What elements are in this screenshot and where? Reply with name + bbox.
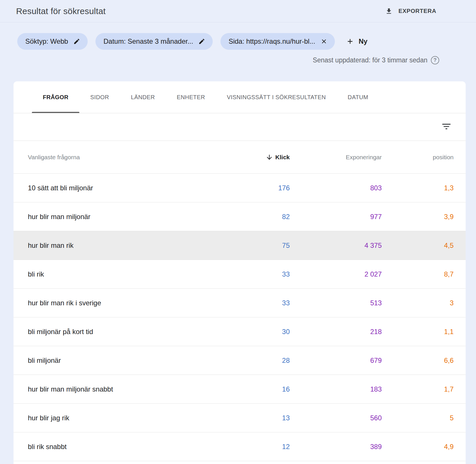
new-filter-label: Ny (359, 37, 368, 45)
impressions-value: 513 (290, 299, 382, 307)
column-header-clicks[interactable]: Klick (232, 154, 290, 161)
query-cell: hur blir man rik i sverige (28, 299, 232, 307)
table-row[interactable]: bli rik snabbt123894,9 (14, 432, 466, 461)
table-row[interactable]: hur blir man rik i sverige335133 (14, 288, 466, 317)
filter-chip-search-type[interactable]: Söktyp: Webb (17, 33, 88, 50)
query-cell: bli miljonär (28, 356, 232, 365)
plus-icon (346, 37, 354, 45)
table-row[interactable]: bli miljonär286796,6 (14, 346, 466, 375)
query-cell: 10 sätt att bli miljonär (28, 184, 232, 192)
table-header-row: Vanligaste frågorna Klick Exponeringar p… (14, 141, 466, 173)
last-updated-text: Senast uppdaterad: för 3 timmar sedan (313, 56, 427, 64)
filter-chip-label: Söktyp: Webb (25, 37, 68, 45)
impressions-value: 977 (290, 213, 382, 221)
tab-sidor[interactable]: SIDOR (79, 81, 120, 113)
table-row[interactable]: bli miljonär på kort tid302181,1 (14, 317, 466, 346)
table-row[interactable]: hur blir man miljonär snabbt161831,7 (14, 375, 466, 403)
impressions-value: 679 (290, 356, 382, 365)
impressions-value: 803 (290, 184, 382, 192)
impressions-value: 389 (290, 443, 382, 451)
export-label: EXPORTERA (398, 8, 436, 14)
impressions-value: 4 375 (290, 241, 382, 250)
table-row[interactable]: bli rik332 0278,7 (14, 260, 466, 288)
report-card: FRÅGOR SIDOR LÄNDER ENHETER VISNINGSSÄTT… (14, 81, 466, 464)
tab-bar: FRÅGOR SIDOR LÄNDER ENHETER VISNINGSSÄTT… (14, 81, 466, 113)
position-value: 1,1 (382, 328, 454, 336)
position-value: 3 (382, 299, 454, 307)
edit-icon[interactable] (198, 38, 205, 45)
table-toolbar (14, 113, 466, 141)
query-cell: hur blir man miljonär snabbt (28, 385, 232, 393)
position-value: 5 (382, 414, 454, 422)
tab-lander[interactable]: LÄNDER (120, 81, 166, 113)
position-value: 3,9 (382, 213, 454, 221)
page-title: Resultat för sökresultat (16, 6, 106, 16)
position-value: 1,3 (382, 184, 454, 192)
table-body-end (14, 461, 466, 464)
tab-datum[interactable]: DATUM (337, 81, 379, 113)
clicks-value: 13 (232, 414, 290, 422)
download-icon (385, 7, 393, 15)
impressions-value: 2 027 (290, 270, 382, 278)
query-cell: hur blir man rik (28, 241, 232, 250)
table-row[interactable]: hur blir jag rik135605 (14, 403, 466, 432)
column-header-impressions[interactable]: Exponeringar (290, 154, 382, 161)
tab-enheter[interactable]: ENHETER (166, 81, 216, 113)
clicks-value: 176 (232, 184, 290, 192)
query-cell: bli rik (28, 270, 232, 278)
table-row[interactable]: 10 sätt att bli miljonär1768031,3 (14, 173, 466, 202)
edit-icon[interactable] (73, 38, 80, 45)
close-icon[interactable] (320, 38, 327, 45)
clicks-value: 75 (232, 241, 290, 250)
query-cell: bli rik snabbt (28, 443, 232, 451)
position-value: 4,9 (382, 443, 454, 451)
sort-arrow-down-icon (266, 154, 273, 161)
help-icon[interactable]: ? (431, 56, 439, 64)
impressions-value: 560 (290, 414, 382, 422)
clicks-value: 12 (232, 443, 290, 451)
filter-list-icon (441, 121, 452, 132)
clicks-value: 33 (232, 299, 290, 307)
position-value: 1,7 (382, 385, 454, 393)
new-filter-button[interactable]: Ny (346, 37, 368, 45)
table-row[interactable]: hur blir man miljonär829773,9 (14, 202, 466, 231)
title-bar: Resultat för sökresultat EXPORTERA (0, 0, 476, 22)
column-header-queries[interactable]: Vanligaste frågorna (28, 154, 232, 161)
position-value: 8,7 (382, 270, 454, 278)
position-value: 6,6 (382, 356, 454, 365)
filter-chip-page[interactable]: Sida: https://raqs.nu/hur-bl... (220, 33, 335, 50)
clicks-value: 16 (232, 385, 290, 393)
filter-list-button[interactable] (441, 121, 452, 133)
table-body: 10 sätt att bli miljonär1768031,3hur bli… (14, 173, 466, 461)
filter-chip-label: Datum: Senaste 3 månader... (103, 37, 193, 45)
clicks-value: 33 (232, 270, 290, 278)
impressions-value: 218 (290, 328, 382, 336)
impressions-value: 183 (290, 385, 382, 393)
filters-section: Söktyp: Webb Datum: Senaste 3 månader...… (0, 22, 476, 64)
tab-fragor[interactable]: FRÅGOR (32, 81, 79, 113)
clicks-value: 82 (232, 213, 290, 221)
table-row[interactable]: hur blir man rik754 3754,5 (14, 231, 466, 260)
position-value: 4,5 (382, 241, 454, 250)
query-cell: hur blir jag rik (28, 414, 232, 422)
export-button[interactable]: EXPORTERA (385, 7, 436, 15)
clicks-value: 28 (232, 356, 290, 365)
column-header-position[interactable]: position (382, 154, 454, 161)
filter-chip-date[interactable]: Datum: Senaste 3 månader... (95, 33, 213, 50)
query-cell: hur blir man miljonär (28, 213, 232, 221)
tab-visningssatt[interactable]: VISNINGSSÄTT I SÖKRESULTATEN (216, 81, 337, 113)
query-cell: bli miljonär på kort tid (28, 328, 232, 336)
filter-chip-label: Sida: https://raqs.nu/hur-bl... (229, 37, 315, 45)
clicks-value: 30 (232, 328, 290, 336)
